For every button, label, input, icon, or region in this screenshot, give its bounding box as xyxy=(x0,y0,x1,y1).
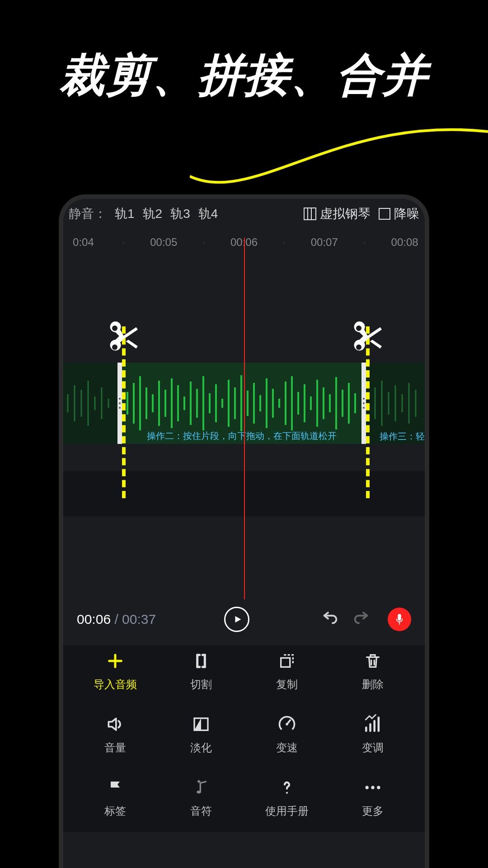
tool-import-audio[interactable]: 导入音频 xyxy=(72,650,158,692)
tool-pitch[interactable]: 变调 xyxy=(330,713,416,755)
tool-label: 淡化 xyxy=(190,741,212,755)
svg-rect-51 xyxy=(398,614,401,621)
marketing-headline: 裁剪、拼接、合并 xyxy=(0,45,488,106)
tool-label: 删除 xyxy=(362,677,384,692)
signal-icon xyxy=(362,713,384,735)
music-note-icon xyxy=(190,777,212,798)
tool-split[interactable]: 切割 xyxy=(158,650,244,692)
noise-reduce-label: 降噪 xyxy=(394,205,419,222)
ruler-dot: · xyxy=(264,238,304,247)
total-time: 00:37 xyxy=(122,612,156,627)
tool-copy[interactable]: 复制 xyxy=(244,650,330,692)
trash-icon xyxy=(362,650,384,672)
ruler-tick: 00:08 xyxy=(385,236,425,249)
virtual-piano-button[interactable]: 虚拟钢琴 xyxy=(304,205,371,222)
tool-fade[interactable]: 淡化 xyxy=(158,713,244,755)
tool-label: 更多 xyxy=(362,804,384,818)
copy-icon xyxy=(276,650,298,672)
svg-point-55 xyxy=(286,723,288,726)
volume-icon xyxy=(104,713,126,735)
play-icon xyxy=(233,614,243,624)
mic-icon xyxy=(394,613,404,626)
phone-frame: 静音： 轨1 轨2 轨3 轨4 虚拟钢琴 降噪 0:04 · 00:05 · 0… xyxy=(59,194,429,868)
tool-grid: 导入音频 切割 复制 删除 音量 淡化 变速 变调 xyxy=(63,646,425,832)
redo-button[interactable] xyxy=(352,610,374,628)
tool-volume[interactable]: 音量 xyxy=(72,713,158,755)
more-icon xyxy=(362,777,384,798)
tool-label: 音量 xyxy=(104,741,126,755)
track-tab-4[interactable]: 轨4 xyxy=(198,205,218,222)
tool-more[interactable]: 更多 xyxy=(330,777,416,818)
fade-icon xyxy=(190,713,212,735)
record-button[interactable] xyxy=(388,608,411,631)
clip-hint-text: 操作二：按住片段，向下拖动，在下面轨道松开 xyxy=(147,430,337,442)
undo-button[interactable] xyxy=(317,610,339,628)
tool-label: 导入音频 xyxy=(94,677,137,692)
svg-point-59 xyxy=(377,786,380,789)
noise-reduce-toggle[interactable]: 降噪 xyxy=(379,205,419,222)
svg-point-58 xyxy=(371,786,374,789)
ruler-tick: 0:04 xyxy=(63,236,103,249)
time-display: 00:06 / 00:37 xyxy=(77,612,156,627)
ruler-tick: 00:07 xyxy=(304,236,344,249)
scissors-icon xyxy=(104,317,145,360)
tool-label: 复制 xyxy=(276,677,298,692)
tool-marker[interactable]: 标签 xyxy=(72,777,158,818)
track-tab-2[interactable]: 轨2 xyxy=(143,205,163,222)
transport-bar: 00:06 / 00:37 xyxy=(63,598,425,646)
side-hint-text: 操作三：轻轻 xyxy=(380,430,429,443)
tool-label: 变速 xyxy=(276,741,298,755)
tool-speed[interactable]: 变速 xyxy=(244,713,330,755)
tool-label: 标签 xyxy=(104,804,126,818)
scissors-icon xyxy=(348,317,389,360)
ruler-tick: 00:05 xyxy=(144,236,184,249)
svg-point-57 xyxy=(366,786,369,789)
tool-label: 变调 xyxy=(362,741,384,755)
current-time: 00:06 xyxy=(77,612,111,627)
virtual-piano-label: 虚拟钢琴 xyxy=(320,205,371,222)
gauge-icon xyxy=(276,713,298,735)
playhead[interactable] xyxy=(244,238,245,599)
audio-clip[interactable]: 操作二：按住片段，向下拖动，在下面轨道松开 xyxy=(117,363,366,444)
plus-icon xyxy=(104,650,126,672)
tool-delete[interactable]: 删除 xyxy=(330,650,416,692)
time-separator: / xyxy=(111,612,122,627)
tool-manual[interactable]: 使用手册 xyxy=(244,777,330,818)
mute-label: 静音： xyxy=(69,205,107,222)
track-tab-3[interactable]: 轨3 xyxy=(170,205,190,222)
checkbox-icon xyxy=(379,208,390,220)
question-icon xyxy=(276,777,298,798)
tool-note[interactable]: 音符 xyxy=(158,777,244,818)
tool-label: 音符 xyxy=(190,804,212,818)
svg-rect-52 xyxy=(281,658,290,667)
ruler-dot: · xyxy=(184,238,224,247)
timeline[interactable]: 操作二：按住片段，向下拖动，在下面轨道松开 操作三：轻轻 xyxy=(63,254,425,598)
top-toolbar: 静音： 轨1 轨2 轨3 轨4 虚拟钢琴 降噪 xyxy=(63,199,425,229)
play-button[interactable] xyxy=(224,607,249,632)
svg-point-56 xyxy=(197,791,201,794)
tool-label: 使用手册 xyxy=(265,804,309,818)
flag-icon xyxy=(104,777,126,798)
clip-handle-left[interactable] xyxy=(117,398,122,409)
piano-icon xyxy=(304,208,316,220)
clip-handle-right[interactable] xyxy=(361,398,366,409)
split-icon xyxy=(190,650,212,672)
tool-label: 切割 xyxy=(190,677,212,692)
ruler-dot: · xyxy=(103,238,144,247)
track-tab-1[interactable]: 轨1 xyxy=(115,205,135,222)
ruler-dot: · xyxy=(344,238,385,247)
